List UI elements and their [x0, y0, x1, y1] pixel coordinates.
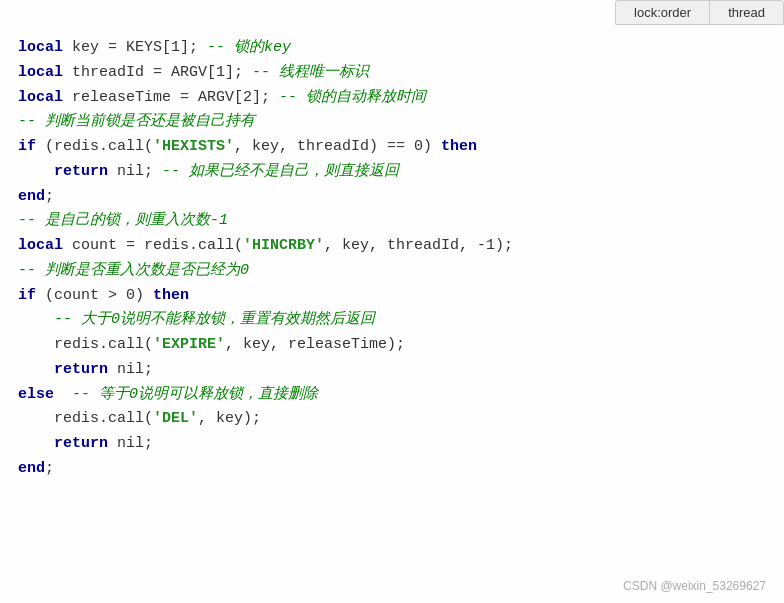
col-lock-order: lock:order	[616, 1, 710, 24]
code-line-12: -- 大于0说明不能释放锁，重置有效期然后返回	[18, 308, 766, 333]
watermark: CSDN @weixin_53269627	[623, 579, 766, 593]
code-line-13: redis.call('EXPIRE', key, releaseTime);	[18, 333, 766, 358]
header-bar: lock:order thread	[615, 0, 784, 25]
code-line-3: local releaseTime = ARGV[2]; -- 锁的自动释放时间	[18, 86, 766, 111]
code-line-16: redis.call('DEL', key);	[18, 407, 766, 432]
code-line-7: end;	[18, 185, 766, 210]
code-line-14: return nil;	[18, 358, 766, 383]
code-line-15: else -- 等于0说明可以释放锁，直接删除	[18, 383, 766, 408]
code-line-11: if (count > 0) then	[18, 284, 766, 309]
code-line-17: return nil;	[18, 432, 766, 457]
code-line-6: return nil; -- 如果已经不是自己，则直接返回	[18, 160, 766, 185]
code-line-5: if (redis.call('HEXISTS', key, threadId)…	[18, 135, 766, 160]
col-thread: thread	[710, 1, 783, 24]
code-container: local key = KEYS[1]; -- 锁的key local thre…	[0, 0, 784, 603]
code-line-2: local threadId = ARGV[1]; -- 线程唯一标识	[18, 61, 766, 86]
code-line-9: local count = redis.call('HINCRBY', key,…	[18, 234, 766, 259]
code-line-1: local key = KEYS[1]; -- 锁的key	[18, 36, 766, 61]
code-line-18: end;	[18, 457, 766, 482]
code-line-10: -- 判断是否重入次数是否已经为0	[18, 259, 766, 284]
code-line-8: -- 是自己的锁，则重入次数-1	[18, 209, 766, 234]
code-line-4: -- 判断当前锁是否还是被自己持有	[18, 110, 766, 135]
